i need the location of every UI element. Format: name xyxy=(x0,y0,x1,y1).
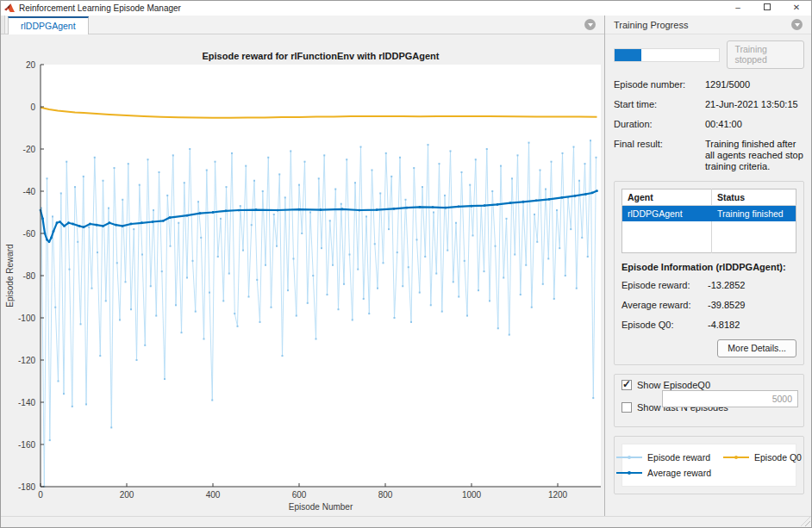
table-header-row: Agent Status xyxy=(622,189,796,206)
info-value: -39.8529 xyxy=(708,300,796,311)
training-stopped-button[interactable]: Training stopped xyxy=(727,40,804,69)
svg-text:Episode reward for rlFunctionE: Episode reward for rlFunctionEnv with rl… xyxy=(202,51,439,61)
agent-cell[interactable]: rlDDPGAgent xyxy=(622,206,712,222)
legend-column: Episode reward Average reward xyxy=(616,452,711,478)
status-cell[interactable]: Training finished xyxy=(712,206,796,222)
legend-column: Episode Q0 xyxy=(723,452,802,478)
info-label: Episode Q0: xyxy=(621,320,708,331)
episode-q0-swatch-icon xyxy=(723,457,749,458)
column-header-status[interactable]: Status xyxy=(712,189,796,206)
legend-label: Episode Q0 xyxy=(754,452,802,463)
svg-text:-20: -20 xyxy=(23,145,36,154)
field-value: 00:41:00 xyxy=(705,119,804,130)
panel-options-icon[interactable] xyxy=(791,19,803,30)
info-label: Episode reward: xyxy=(621,280,708,291)
info-episode-reward: Episode reward: -13.2852 xyxy=(621,280,796,291)
svg-text:20: 20 xyxy=(26,60,36,70)
field-label: Start time: xyxy=(614,99,705,110)
maximize-icon[interactable] xyxy=(753,1,782,16)
document-tab-bar: rlDDPGAgent xyxy=(1,16,604,34)
svg-text:-80: -80 xyxy=(23,271,36,281)
tab-strip xyxy=(1,16,5,34)
legend-entry-episode-q0[interactable]: Episode Q0 xyxy=(723,452,802,463)
panel-title: Training Progress xyxy=(614,20,688,30)
info-value: -13.2852 xyxy=(708,280,796,291)
field-start-time: Start time: 21-Jun-2021 13:50:15 xyxy=(614,99,804,110)
training-progress-panel: Training Progress Training stopped Episo… xyxy=(605,16,811,516)
svg-text:400: 400 xyxy=(206,490,221,500)
column-header-agent[interactable]: Agent xyxy=(622,189,712,206)
svg-text:-60: -60 xyxy=(23,229,36,239)
svg-text:-160: -160 xyxy=(18,440,35,450)
svg-text:-40: -40 xyxy=(23,187,36,196)
svg-text:-140: -140 xyxy=(18,398,35,407)
svg-text:800: 800 xyxy=(378,490,393,500)
agent-status-table[interactable]: Agent Status rlDDPGAgent Training finish… xyxy=(621,189,796,253)
average-reward-swatch-icon xyxy=(616,472,642,474)
status-bar xyxy=(1,516,811,527)
chart-pane: rlDDPGAgent 200-20-40-60-80-100-120-140-… xyxy=(1,16,605,516)
field-label: Final result: xyxy=(614,139,705,172)
resize-grip-icon[interactable] xyxy=(801,517,810,526)
field-duration: Duration: 00:41:00 xyxy=(614,119,804,130)
chart-pane-options-icon[interactable] xyxy=(584,19,596,30)
svg-text:1200: 1200 xyxy=(548,490,568,500)
panel-header: Training Progress xyxy=(605,16,811,34)
title-bar: Reinforcement Learning Episode Manager –… xyxy=(1,1,811,16)
last-n-episodes-input[interactable] xyxy=(662,390,798,407)
chart-legend: Episode reward Average reward Episode Q0 xyxy=(621,444,796,487)
episode-reward-swatch-icon xyxy=(616,457,642,458)
more-details-row: More Details... xyxy=(621,339,796,357)
tab-rlddpgagent[interactable]: rlDDPGAgent xyxy=(8,16,89,34)
info-value: -4.8182 xyxy=(708,320,796,331)
svg-text:-180: -180 xyxy=(18,482,35,492)
field-episode-number: Episode number: 1291/5000 xyxy=(614,79,804,90)
checkbox-icon[interactable] xyxy=(621,380,632,390)
checkbox-label: Show EpisodeQ0 xyxy=(637,380,710,390)
minimize-icon[interactable]: – xyxy=(723,1,753,16)
field-final-result: Final result: Training finished after al… xyxy=(614,139,804,172)
svg-text:Episode Number: Episode Number xyxy=(289,502,353,512)
display-options-groupbox: Show EpisodeQ0 Show last N episodes xyxy=(614,374,804,427)
matlab-icon xyxy=(4,3,15,13)
reward-chart-svg[interactable]: 200-20-40-60-80-100-120-140-160-18002004… xyxy=(1,34,606,519)
panel-body: Training stopped Episode number: 1291/50… xyxy=(605,34,811,516)
svg-text:1000: 1000 xyxy=(462,490,482,500)
info-average-reward: Average reward: -39.8529 xyxy=(621,300,796,311)
table-row[interactable]: rlDDPGAgent Training finished xyxy=(622,206,796,222)
chart-area: 200-20-40-60-80-100-120-140-160-18002004… xyxy=(1,34,604,516)
checkbox-icon[interactable] xyxy=(621,402,632,413)
close-icon[interactable]: ✕ xyxy=(782,1,811,16)
field-label: Episode number: xyxy=(614,79,705,90)
show-episodeq0-checkbox[interactable]: Show EpisodeQ0 xyxy=(621,380,710,390)
svg-text:Episode Reward: Episode Reward xyxy=(5,244,15,307)
field-value: 1291/5000 xyxy=(705,79,804,90)
svg-text:0: 0 xyxy=(38,490,43,500)
field-value: Training finished after all agents reach… xyxy=(705,139,804,172)
svg-text:600: 600 xyxy=(292,490,307,500)
svg-text:200: 200 xyxy=(120,490,134,500)
svg-text:0: 0 xyxy=(30,102,35,112)
more-details-button[interactable]: More Details... xyxy=(717,339,796,357)
legend-label: Average reward xyxy=(647,468,711,478)
table-empty-area xyxy=(622,221,796,252)
main-region: rlDDPGAgent 200-20-40-60-80-100-120-140-… xyxy=(1,16,811,516)
agent-info-groupbox: Agent Status rlDDPGAgent Training finish… xyxy=(614,181,804,365)
progress-row: Training stopped xyxy=(614,40,804,69)
training-progress-bar xyxy=(614,48,720,62)
field-label: Duration: xyxy=(614,119,705,130)
episode-manager-window: Reinforcement Learning Episode Manager –… xyxy=(0,0,812,528)
episode-info-heading: Episode Information (rlDDPGAgent): xyxy=(621,262,796,272)
window-title: Reinforcement Learning Episode Manager xyxy=(19,3,181,13)
info-episode-q0: Episode Q0: -4.8182 xyxy=(621,320,796,331)
svg-text:-120: -120 xyxy=(18,356,35,365)
legend-entry-average-reward[interactable]: Average reward xyxy=(616,468,711,478)
legend-groupbox: Episode reward Average reward Episode Q0 xyxy=(614,436,804,494)
training-progress-fill xyxy=(615,49,641,61)
legend-label: Episode reward xyxy=(647,452,710,463)
svg-text:-100: -100 xyxy=(18,314,35,323)
field-value: 21-Jun-2021 13:50:15 xyxy=(705,99,804,110)
legend-entry-episode-reward[interactable]: Episode reward xyxy=(616,452,711,463)
info-label: Average reward: xyxy=(621,300,708,311)
